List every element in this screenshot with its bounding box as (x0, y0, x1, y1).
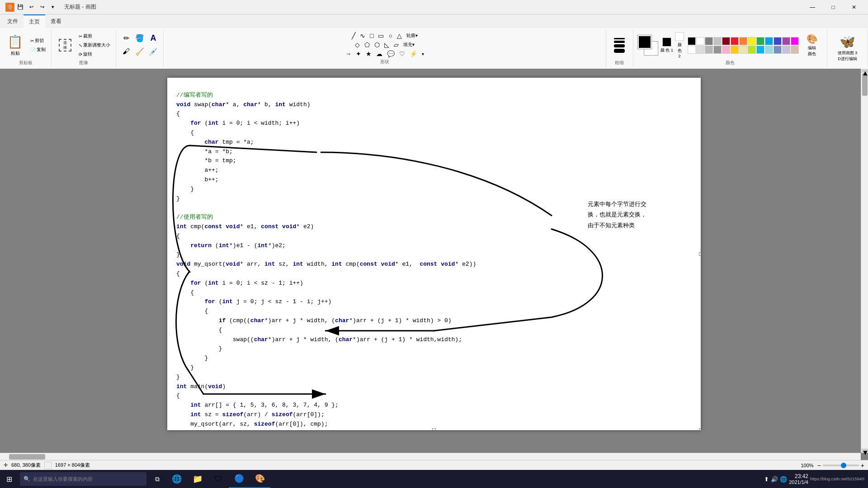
swatch-darkred[interactable] (722, 37, 730, 45)
outline-btn[interactable]: 轮廓▾ (405, 32, 420, 40)
text-btn[interactable]: A (147, 32, 160, 44)
copy-btn[interactable]: 📄 复制 (28, 46, 47, 54)
cut-btn[interactable]: ✂ 剪切 (28, 37, 47, 45)
rotate-btn[interactable]: ⟳ 旋转 (77, 50, 112, 58)
maximize-btn[interactable]: □ (823, 0, 844, 14)
swatch-g1[interactable] (696, 46, 704, 54)
right-triangle-btn[interactable]: ◺ (382, 41, 391, 49)
eraser-btn[interactable]: 🧹 (133, 45, 146, 58)
parallelogram-btn[interactable]: ▱ (392, 41, 401, 49)
minimize-btn[interactable]: — (802, 0, 823, 14)
swatch-magenta[interactable] (791, 37, 799, 45)
brush-large-btn[interactable]: 🖌 (120, 45, 132, 58)
pentagon-btn[interactable]: ⬠ (363, 41, 372, 49)
heart-btn[interactable]: ♡ (397, 50, 407, 58)
swatch-purple[interactable] (782, 37, 790, 45)
shapes-items: ╱ ∿ □ ▭ ○ △ 轮廓▾ ◇ ⬠ ⬡ ◺ ▱ 填充▾ → ✦ ★ ☁ (167, 32, 602, 58)
swatch-tan[interactable] (791, 46, 799, 54)
zoom-in-btn[interactable]: + (861, 462, 864, 469)
swatch-steel[interactable] (774, 46, 782, 54)
hexagon-btn[interactable]: ⬡ (373, 41, 382, 49)
3d-edit-btn[interactable]: 🦋 使用画图 3D进行编辑 (834, 34, 861, 61)
zoom-out-btn[interactable]: − (817, 462, 821, 469)
zoom-slider[interactable] (823, 465, 859, 466)
taskbar-edge[interactable]: 🌐 (166, 470, 187, 488)
redo-qat-btn[interactable]: ↪ (37, 2, 47, 12)
scroll-thumb-h[interactable] (9, 454, 45, 460)
swatch-lime[interactable] (748, 46, 756, 54)
swatch-sky[interactable] (756, 46, 764, 54)
line-btn[interactable]: ╱ (350, 32, 357, 40)
swatch-lavender[interactable] (782, 46, 790, 54)
resize-btn[interactable]: ⤡ 重新调整大小 (77, 41, 112, 49)
crop-btn[interactable]: ✂ 裁剪 (77, 32, 112, 40)
triangle-btn[interactable]: △ (395, 32, 404, 40)
color1-swatch[interactable] (638, 35, 651, 49)
tab-file[interactable]: 文件 (2, 14, 24, 28)
swatch-cream[interactable] (739, 46, 747, 54)
edit-color-btn[interactable]: 🎨 编辑颜色 (801, 32, 823, 59)
search-bar[interactable]: 🔍 在这里输入你要搜索的内容 (20, 472, 146, 486)
resize-handle-right[interactable] (699, 252, 701, 256)
rotate-label: 旋转 (83, 51, 92, 57)
zoom-thumb[interactable] (841, 463, 846, 468)
curve-btn[interactable]: ∿ (358, 32, 367, 40)
tab-home[interactable]: 主页 (24, 14, 45, 28)
task-view-btn[interactable]: ⧉ (148, 470, 166, 488)
taskbar-paint[interactable]: 🎨 (250, 470, 270, 488)
swatch-blue[interactable] (774, 37, 782, 45)
rect-btn[interactable]: □ (368, 32, 375, 40)
fill-shape-btn[interactable]: 填充▾ (401, 41, 416, 49)
swatch-g2[interactable] (705, 46, 713, 54)
resize-handle-bottom[interactable] (432, 428, 436, 430)
arrow-btn[interactable]: → (343, 50, 353, 58)
rounded-rect-btn[interactable]: ▭ (376, 32, 386, 40)
brush-size-btn[interactable] (610, 32, 628, 59)
save-qat-btn[interactable]: 💾 (15, 2, 25, 12)
swatch-rose[interactable] (722, 46, 730, 54)
swatch-cyan[interactable] (765, 37, 773, 45)
scroll-down-btn[interactable]: ▼ (862, 449, 868, 452)
swatch-red[interactable] (731, 37, 739, 45)
speech-btn[interactable]: 💬 (385, 50, 396, 58)
drawing-canvas[interactable]: //编写者写的 void swap(char* a, char* b, int … (167, 78, 701, 430)
swatch-lt-sky[interactable] (765, 46, 773, 54)
taskbar-security[interactable]: 🛡 (208, 470, 229, 488)
star4-btn[interactable]: ✦ (354, 50, 363, 58)
swatch-black[interactable] (688, 37, 696, 45)
tab-view[interactable]: 查看 (45, 14, 67, 28)
undo-qat-btn[interactable]: ↩ (26, 2, 36, 12)
swatch-gray[interactable] (705, 37, 713, 45)
clock[interactable]: 23:42 2021/1/4 (789, 473, 808, 485)
scrollbar-vertical[interactable]: ▲ ▼ (861, 69, 868, 453)
paste-btn[interactable]: 📋 粘贴 (4, 32, 27, 59)
resize-handle-corner[interactable] (699, 428, 701, 430)
ellipse-btn[interactable]: ○ (387, 32, 394, 40)
swatch-g3[interactable] (713, 46, 722, 54)
more-qat-btn[interactable]: ▾ (48, 2, 58, 12)
swatch-green[interactable] (756, 37, 764, 45)
star5-btn[interactable]: ★ (364, 50, 373, 58)
diamond-btn[interactable]: ◇ (353, 41, 362, 49)
select-btn[interactable]: 选择 (55, 32, 75, 59)
color2-preview[interactable] (675, 32, 684, 41)
shapes-more[interactable]: ▾ (420, 50, 426, 58)
start-btn[interactable]: ⊞ (0, 470, 18, 488)
scroll-up-btn[interactable]: ▲ (862, 69, 868, 73)
swatch-gold[interactable] (731, 46, 739, 54)
cloud-btn[interactable]: ☁ (374, 50, 384, 58)
swatch-ltgray[interactable] (713, 37, 722, 45)
scrollbar-horizontal[interactable] (0, 453, 861, 460)
swatch-orange[interactable] (739, 37, 747, 45)
pencil-btn[interactable]: ✏ (120, 32, 132, 44)
color1-preview[interactable] (662, 38, 671, 47)
fill-btn[interactable]: 🪣 (133, 32, 146, 44)
swatch-white[interactable] (696, 37, 704, 45)
close-btn[interactable]: ✕ (844, 0, 864, 14)
taskbar-vs[interactable]: 🔵 (229, 470, 250, 488)
lightning-btn[interactable]: ⚡ (408, 50, 419, 58)
swatch-w2[interactable] (688, 46, 696, 54)
taskbar-explorer[interactable]: 📁 (187, 470, 208, 488)
swatch-yellow[interactable] (748, 37, 756, 45)
picker-btn[interactable]: 💉 (147, 45, 160, 58)
